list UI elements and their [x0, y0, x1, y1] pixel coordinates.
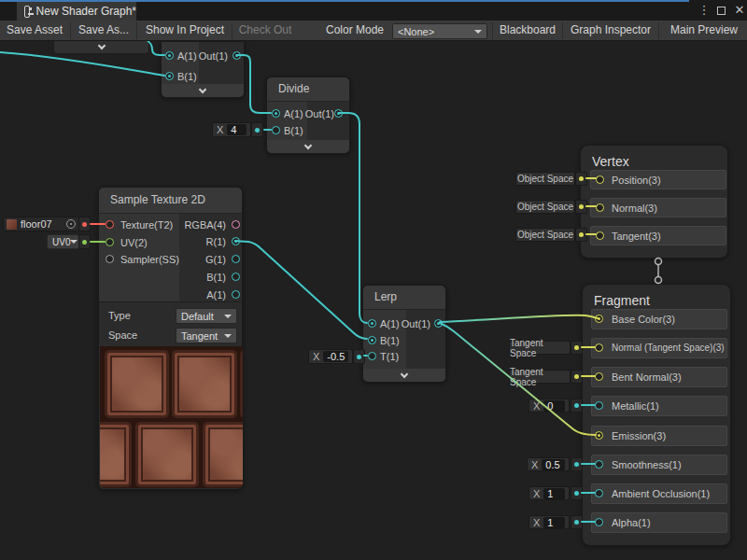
x-value[interactable]: 0 — [543, 400, 565, 412]
normal-connector[interactable] — [575, 200, 587, 214]
node-title: Lerp — [363, 286, 445, 310]
space-dropdown[interactable]: Tangent — [176, 328, 237, 343]
object-picker-icon[interactable] — [66, 219, 76, 229]
port-rgba4[interactable] — [232, 220, 240, 229]
tab-new-shader-graph[interactable]: New Shader Graph* — [17, 2, 136, 21]
chevron-down-icon — [224, 334, 232, 338]
type-dropdown[interactable]: Default — [176, 308, 237, 324]
metallic-value-field[interactable]: X 0 — [529, 399, 570, 413]
port-divide-b[interactable] — [272, 126, 280, 134]
divider — [99, 301, 242, 302]
x-value[interactable]: 0.5 — [542, 459, 565, 470]
node-math-top[interactable]: A(1) B(1) Out(1) — [161, 41, 245, 98]
wire-to-top-b[interactable] — [0, 52, 164, 76]
space-chip-normal-ts[interactable]: Tangent Space — [509, 341, 571, 355]
port-lerp-out[interactable] — [434, 319, 443, 328]
port-top-out[interactable] — [233, 51, 241, 60]
chevron-down-icon — [304, 141, 312, 148]
port-alpha[interactable] — [595, 518, 603, 526]
port-base-color[interactable] — [595, 315, 603, 323]
block-row[interactable] — [590, 198, 726, 217]
port-dot — [579, 232, 584, 237]
node-vertex[interactable]: Vertex Position(3) Normal(3) Tangent(3) — [580, 145, 728, 259]
node-fragment[interactable]: Fragment Base Color(3) Normal (Tangent S… — [582, 284, 731, 546]
show-in-project-button[interactable]: Show In Project — [141, 21, 229, 41]
port-metallic[interactable] — [595, 401, 603, 410]
port-a1[interactable] — [232, 290, 240, 299]
space-chip-bent-normal[interactable]: Tangent Space — [509, 370, 571, 384]
node-collapse-bar[interactable] — [363, 369, 445, 382]
alpha-connector[interactable] — [571, 515, 583, 529]
port-label: B(1) — [206, 272, 226, 283]
space-chip-tangent[interactable]: Object Space — [515, 228, 575, 242]
menu-icon[interactable]: ⋮ — [697, 2, 712, 19]
ao-connector[interactable] — [571, 486, 583, 500]
node-sample-texture-2d[interactable]: Sample Texture 2D Texture(T2) UV(2) Samp… — [98, 187, 243, 490]
blackboard-button[interactable]: Blackboard — [497, 21, 558, 41]
port-smoothness[interactable] — [595, 460, 603, 469]
smoothness-connector[interactable] — [571, 457, 583, 471]
collapsed-node-edge[interactable] — [53, 39, 149, 54]
port-lerp-t[interactable] — [368, 352, 376, 360]
color-mode-dropdown[interactable]: <None> — [392, 23, 487, 39]
uv-connector[interactable] — [78, 234, 91, 249]
port-ambient-occlusion[interactable] — [595, 489, 603, 497]
smoothness-value-field[interactable]: X 0.5 — [527, 457, 570, 471]
port-label: A(1) — [206, 289, 226, 301]
x-value[interactable]: 1 — [543, 488, 565, 499]
graph-canvas[interactable]: A(1) B(1) Out(1) Divide A(1) B(1) Out(1) — [0, 0, 747, 560]
main-preview-button[interactable]: Main Preview — [663, 21, 745, 41]
port-lerp-b[interactable] — [368, 336, 376, 344]
lerp-t-value-field[interactable]: X -0.5 — [308, 349, 353, 364]
divide-b-value-field[interactable]: X 4 — [212, 122, 251, 137]
port-uv2[interactable] — [106, 238, 114, 246]
normal-ts-connector[interactable] — [571, 341, 583, 355]
close-icon[interactable]: ✕ — [732, 2, 747, 19]
wire-r1-to-lerp-b[interactable] — [235, 241, 367, 339]
node-title: Vertex — [592, 154, 629, 169]
position-connector[interactable] — [575, 172, 587, 186]
maximize-icon[interactable] — [717, 7, 726, 15]
bent-normal-connector[interactable] — [571, 370, 583, 384]
node-collapse-bar[interactable] — [267, 140, 349, 153]
port-sampler-ss[interactable] — [106, 255, 114, 263]
alpha-value-field[interactable]: X 1 — [529, 515, 570, 529]
tangent-connector[interactable] — [575, 228, 587, 242]
x-value[interactable]: 4 — [227, 124, 247, 135]
port-tangent[interactable] — [596, 231, 604, 240]
lerp-t-connector[interactable] — [353, 349, 365, 364]
port-divide-out[interactable] — [334, 109, 343, 118]
divide-b-connector[interactable] — [251, 122, 263, 137]
port-normal[interactable] — [596, 203, 604, 212]
port-position[interactable] — [596, 175, 604, 184]
texture-connector[interactable] — [78, 217, 91, 231]
ao-value-field[interactable]: X 1 — [529, 486, 570, 500]
x-value[interactable]: -0.5 — [323, 351, 348, 362]
port-divide-a[interactable] — [272, 109, 280, 118]
save-asset-button[interactable]: Save Asset — [4, 21, 65, 41]
chip-label: Object Space — [517, 230, 573, 240]
port-bent-normal[interactable] — [595, 372, 603, 381]
uv-channel-dropdown[interactable]: UV0 — [47, 234, 79, 249]
port-top-a[interactable] — [165, 51, 174, 60]
texture-object-field[interactable]: floor07 — [3, 217, 79, 231]
node-lerp[interactable]: Lerp A(1) B(1) T(1) Out(1) — [362, 285, 446, 383]
x-value[interactable]: 1 — [543, 517, 565, 528]
port-normal-tangent-space[interactable] — [595, 343, 603, 352]
port-texture-t2[interactable] — [106, 220, 114, 229]
graph-inspector-button[interactable]: Graph Inspector — [567, 21, 655, 41]
port-b1[interactable] — [232, 273, 240, 281]
space-chip-normal[interactable]: Object Space — [515, 200, 575, 214]
port-top-b[interactable] — [165, 72, 174, 80]
port-lerp-a[interactable] — [368, 319, 376, 328]
port-g1[interactable] — [232, 255, 240, 263]
node-collapse-bar[interactable] — [162, 84, 244, 97]
space-chip-position[interactable]: Object Space — [515, 172, 575, 186]
node-divide[interactable]: Divide A(1) B(1) Out(1) — [266, 77, 350, 154]
port-r1[interactable] — [232, 237, 240, 245]
wire-lerp-to-base-color[interactable] — [440, 315, 598, 322]
port-emission[interactable] — [595, 431, 603, 440]
metallic-connector[interactable] — [571, 399, 583, 413]
save-as-button[interactable]: Save As... — [75, 21, 133, 41]
port-dot — [574, 374, 579, 379]
